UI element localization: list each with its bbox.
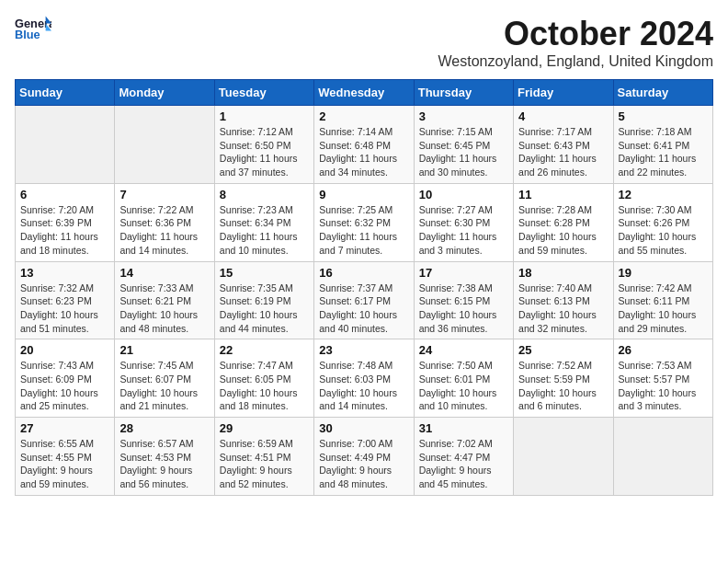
calendar-day-cell: 9Sunrise: 7:25 AM Sunset: 6:32 PM Daylig…	[314, 183, 414, 261]
day-number: 31	[419, 421, 508, 435]
calendar-day-cell: 19Sunrise: 7:42 AM Sunset: 6:11 PM Dayli…	[613, 261, 712, 339]
calendar-day-cell	[514, 418, 613, 496]
day-number: 4	[518, 109, 608, 123]
page-header: General Blue October 2024 Westonzoyland,…	[15, 15, 713, 70]
day-info: Sunrise: 7:32 AM Sunset: 6:23 PM Dayligh…	[20, 282, 109, 336]
calendar-day-cell: 27Sunrise: 6:55 AM Sunset: 4:55 PM Dayli…	[16, 418, 115, 496]
calendar-day-cell: 7Sunrise: 7:22 AM Sunset: 6:36 PM Daylig…	[115, 183, 214, 261]
day-info: Sunrise: 6:59 AM Sunset: 4:51 PM Dayligh…	[220, 437, 309, 491]
day-info: Sunrise: 7:38 AM Sunset: 6:15 PM Dayligh…	[419, 282, 508, 336]
calendar-day-cell	[115, 106, 214, 184]
day-number: 19	[619, 266, 708, 280]
weekday-header-cell: Sunday	[16, 80, 115, 106]
day-info: Sunrise: 7:23 AM Sunset: 6:34 PM Dayligh…	[220, 203, 309, 258]
day-info: Sunrise: 7:33 AM Sunset: 6:21 PM Dayligh…	[119, 282, 209, 336]
calendar-week-row: 20Sunrise: 7:43 AM Sunset: 6:09 PM Dayli…	[16, 339, 713, 418]
day-info: Sunrise: 7:35 AM Sunset: 6:19 PM Dayligh…	[220, 282, 309, 336]
calendar-week-row: 1Sunrise: 7:12 AM Sunset: 6:50 PM Daylig…	[16, 106, 713, 184]
weekday-header-cell: Tuesday	[214, 80, 313, 106]
calendar-day-cell: 10Sunrise: 7:27 AM Sunset: 6:30 PM Dayli…	[414, 183, 513, 261]
weekday-header-cell: Wednesday	[314, 80, 414, 106]
calendar-day-cell: 13Sunrise: 7:32 AM Sunset: 6:23 PM Dayli…	[16, 261, 115, 339]
calendar-body: 1Sunrise: 7:12 AM Sunset: 6:50 PM Daylig…	[16, 106, 713, 496]
calendar-day-cell: 14Sunrise: 7:33 AM Sunset: 6:21 PM Dayli…	[115, 261, 214, 339]
calendar-day-cell: 18Sunrise: 7:40 AM Sunset: 6:13 PM Dayli…	[514, 261, 613, 339]
day-number: 17	[419, 266, 508, 280]
day-number: 1	[220, 109, 309, 123]
day-info: Sunrise: 7:50 AM Sunset: 6:01 PM Dayligh…	[419, 359, 508, 413]
day-info: Sunrise: 7:52 AM Sunset: 5:59 PM Dayligh…	[518, 359, 608, 413]
day-info: Sunrise: 7:40 AM Sunset: 6:13 PM Dayligh…	[518, 282, 608, 336]
weekday-header-cell: Thursday	[414, 80, 513, 106]
calendar-day-cell: 24Sunrise: 7:50 AM Sunset: 6:01 PM Dayli…	[414, 339, 513, 418]
calendar-day-cell: 2Sunrise: 7:14 AM Sunset: 6:48 PM Daylig…	[314, 106, 414, 184]
day-info: Sunrise: 7:27 AM Sunset: 6:30 PM Dayligh…	[419, 203, 508, 258]
day-number: 28	[119, 421, 209, 435]
calendar-day-cell: 17Sunrise: 7:38 AM Sunset: 6:15 PM Dayli…	[414, 261, 513, 339]
calendar-day-cell: 22Sunrise: 7:47 AM Sunset: 6:05 PM Dayli…	[214, 339, 313, 418]
day-number: 10	[419, 188, 508, 201]
day-number: 18	[518, 266, 608, 280]
calendar-day-cell: 28Sunrise: 6:57 AM Sunset: 4:53 PM Dayli…	[115, 418, 214, 496]
weekday-header-cell: Saturday	[613, 80, 712, 106]
day-number: 30	[319, 421, 408, 435]
weekday-header-cell: Friday	[514, 80, 613, 106]
day-info: Sunrise: 6:55 AM Sunset: 4:55 PM Dayligh…	[20, 437, 109, 491]
day-info: Sunrise: 7:43 AM Sunset: 6:09 PM Dayligh…	[20, 359, 109, 413]
day-info: Sunrise: 7:48 AM Sunset: 6:03 PM Dayligh…	[319, 359, 408, 413]
day-info: Sunrise: 7:22 AM Sunset: 6:36 PM Dayligh…	[119, 203, 209, 258]
day-info: Sunrise: 7:37 AM Sunset: 6:17 PM Dayligh…	[319, 282, 408, 336]
day-number: 12	[619, 188, 708, 201]
day-number: 25	[518, 343, 608, 357]
calendar-day-cell: 15Sunrise: 7:35 AM Sunset: 6:19 PM Dayli…	[214, 261, 313, 339]
calendar-day-cell	[613, 418, 712, 496]
day-number: 11	[518, 188, 608, 201]
day-number: 13	[20, 266, 109, 280]
day-number: 8	[220, 188, 309, 201]
title-section: October 2024 Westonzoyland, England, Uni…	[438, 15, 713, 70]
calendar-day-cell: 8Sunrise: 7:23 AM Sunset: 6:34 PM Daylig…	[214, 183, 313, 261]
calendar-day-cell: 25Sunrise: 7:52 AM Sunset: 5:59 PM Dayli…	[514, 339, 613, 418]
calendar-day-cell: 30Sunrise: 7:00 AM Sunset: 4:49 PM Dayli…	[314, 418, 414, 496]
day-info: Sunrise: 7:00 AM Sunset: 4:49 PM Dayligh…	[319, 437, 408, 491]
month-title: October 2024	[438, 15, 713, 53]
calendar-day-cell: 4Sunrise: 7:17 AM Sunset: 6:43 PM Daylig…	[514, 106, 613, 184]
day-info: Sunrise: 7:17 AM Sunset: 6:43 PM Dayligh…	[518, 125, 608, 179]
day-number: 20	[20, 343, 109, 357]
calendar-day-cell: 3Sunrise: 7:15 AM Sunset: 6:45 PM Daylig…	[414, 106, 513, 184]
day-number: 27	[20, 421, 109, 435]
calendar-day-cell: 1Sunrise: 7:12 AM Sunset: 6:50 PM Daylig…	[214, 106, 313, 184]
day-info: Sunrise: 7:12 AM Sunset: 6:50 PM Dayligh…	[220, 125, 309, 179]
weekday-header-row: SundayMondayTuesdayWednesdayThursdayFrid…	[16, 80, 713, 106]
calendar-day-cell: 26Sunrise: 7:53 AM Sunset: 5:57 PM Dayli…	[613, 339, 712, 418]
calendar-day-cell: 21Sunrise: 7:45 AM Sunset: 6:07 PM Dayli…	[115, 339, 214, 418]
day-number: 29	[220, 421, 309, 435]
calendar-day-cell: 12Sunrise: 7:30 AM Sunset: 6:26 PM Dayli…	[613, 183, 712, 261]
calendar-day-cell: 23Sunrise: 7:48 AM Sunset: 6:03 PM Dayli…	[314, 339, 414, 418]
day-info: Sunrise: 7:28 AM Sunset: 6:28 PM Dayligh…	[518, 203, 608, 258]
logo-icon: General Blue	[15, 15, 51, 40]
calendar-week-row: 13Sunrise: 7:32 AM Sunset: 6:23 PM Dayli…	[16, 261, 713, 339]
weekday-header-cell: Monday	[115, 80, 214, 106]
day-number: 2	[319, 109, 408, 123]
day-info: Sunrise: 7:25 AM Sunset: 6:32 PM Dayligh…	[319, 203, 408, 258]
day-number: 7	[119, 188, 209, 201]
calendar-day-cell: 6Sunrise: 7:20 AM Sunset: 6:39 PM Daylig…	[16, 183, 115, 261]
day-info: Sunrise: 7:45 AM Sunset: 6:07 PM Dayligh…	[119, 359, 209, 413]
day-number: 6	[20, 188, 109, 201]
day-info: Sunrise: 7:18 AM Sunset: 6:41 PM Dayligh…	[619, 125, 708, 179]
day-info: Sunrise: 7:30 AM Sunset: 6:26 PM Dayligh…	[619, 203, 708, 258]
day-number: 16	[319, 266, 408, 280]
day-number: 5	[619, 109, 708, 123]
day-info: Sunrise: 7:53 AM Sunset: 5:57 PM Dayligh…	[619, 359, 708, 413]
day-info: Sunrise: 7:20 AM Sunset: 6:39 PM Dayligh…	[20, 203, 109, 258]
day-info: Sunrise: 7:02 AM Sunset: 4:47 PM Dayligh…	[419, 437, 508, 491]
day-info: Sunrise: 6:57 AM Sunset: 4:53 PM Dayligh…	[119, 437, 209, 491]
calendar-day-cell: 16Sunrise: 7:37 AM Sunset: 6:17 PM Dayli…	[314, 261, 414, 339]
day-info: Sunrise: 7:15 AM Sunset: 6:45 PM Dayligh…	[419, 125, 508, 179]
logo: General Blue	[15, 15, 51, 40]
day-info: Sunrise: 7:42 AM Sunset: 6:11 PM Dayligh…	[619, 282, 708, 336]
day-number: 9	[319, 188, 408, 201]
svg-text:Blue: Blue	[15, 28, 40, 40]
day-number: 3	[419, 109, 508, 123]
